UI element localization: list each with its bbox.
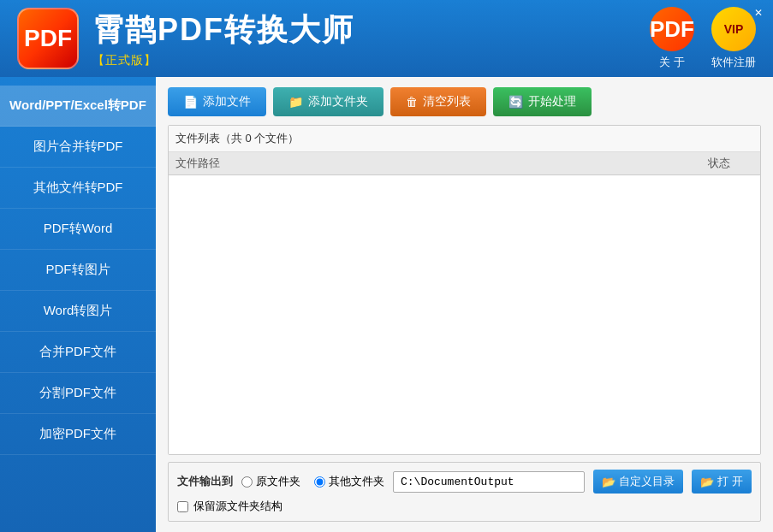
sidebar-item-label-6: 合并PDF文件: [39, 344, 116, 358]
output-row: 文件输出到 原文件夹 其他文件夹 📂 自定义目录: [177, 470, 752, 494]
clear-list-label: 清空列表: [423, 94, 471, 109]
col-path-label: 文件路径: [175, 157, 220, 169]
title-bar: — ✕ PDF 霄鹊PDF转换大师 【正式版】 PDF 关 于 VIP 软件注册: [0, 0, 773, 77]
sidebar-item-word-to-image[interactable]: Word转图片: [0, 291, 156, 332]
file-list-header: 文件列表（共 0 个文件）: [169, 126, 760, 152]
radio-other-label: 其他文件夹: [329, 474, 384, 489]
sidebar-item-label-3: PDF转Word: [44, 221, 113, 235]
app-logo: PDF: [17, 8, 79, 69]
output-section-label: 文件输出到: [177, 474, 233, 489]
sidebar-item-label-4: PDF转图片: [46, 262, 110, 276]
open-dir-icon: 📂: [700, 476, 714, 488]
sidebar-item-encrypt-pdf[interactable]: 加密PDF文件: [0, 414, 156, 455]
logo-text: PDF: [24, 25, 72, 52]
open-dir-button[interactable]: 📂 打 开: [692, 470, 752, 494]
radio-original-label: 原文件夹: [256, 474, 300, 489]
add-folder-button[interactable]: 📁 添加文件夹: [273, 87, 384, 116]
add-folder-icon: 📁: [288, 95, 303, 109]
file-list-section: 文件列表（共 0 个文件） 文件路径 状态: [168, 125, 761, 455]
sidebar-item-image-merge[interactable]: 图片合并转PDF: [0, 127, 156, 168]
sidebar-item-pdf-to-word[interactable]: PDF转Word: [0, 209, 156, 250]
sidebar-item-label-7: 分割PDF文件: [39, 385, 116, 399]
main-layout: Word/PPT/Excel转PDF 图片合并转PDF 其他文件转PDF PDF…: [0, 77, 773, 532]
add-file-button[interactable]: 📄 添加文件: [168, 87, 266, 116]
toolbar: 📄 添加文件 📁 添加文件夹 🗑 清空列表 🔄 开始处理: [168, 87, 761, 116]
clear-list-button[interactable]: 🗑 清空列表: [390, 87, 486, 116]
radio-original-input[interactable]: [241, 476, 253, 488]
sidebar-item-pdf-to-image[interactable]: PDF转图片: [0, 250, 156, 291]
sidebar-item-other-to-pdf[interactable]: 其他文件转PDF: [0, 168, 156, 209]
radio-other-input[interactable]: [314, 476, 325, 488]
sidebar-item-label-1: 图片合并转PDF: [33, 139, 123, 153]
radio-other-folder[interactable]: 其他文件夹: [314, 474, 384, 489]
add-folder-label: 添加文件夹: [308, 94, 368, 109]
start-process-label: 开始处理: [528, 94, 576, 109]
file-list-body: [169, 175, 760, 454]
sidebar-item-label-2: 其他文件转PDF: [33, 180, 123, 194]
about-label: 关 于: [659, 55, 685, 70]
file-list-header-text: 文件列表（共 0 个文件）: [175, 132, 299, 145]
custom-dir-label: 自定义目录: [619, 474, 675, 489]
sidebar: Word/PPT/Excel转PDF 图片合并转PDF 其他文件转PDF PDF…: [0, 77, 156, 532]
file-list-table-header: 文件路径 状态: [169, 152, 760, 175]
register-button[interactable]: VIP 软件注册: [711, 7, 756, 70]
sidebar-item-split-pdf[interactable]: 分割PDF文件: [0, 373, 156, 414]
keep-structure-label: 保留源文件夹结构: [193, 499, 282, 514]
add-file-label: 添加文件: [203, 94, 251, 109]
start-process-button[interactable]: 🔄 开始处理: [493, 87, 592, 116]
about-button[interactable]: PDF 关 于: [650, 7, 694, 70]
output-path-input[interactable]: [393, 471, 585, 493]
about-icon: PDF: [650, 7, 694, 51]
custom-dir-button[interactable]: 📂 自定义目录: [593, 470, 683, 494]
start-process-icon: 🔄: [508, 95, 523, 109]
col-path: 文件路径: [175, 156, 685, 171]
keep-structure-checkbox[interactable]: [177, 501, 188, 512]
col-status: 状态: [685, 156, 753, 171]
sidebar-item-merge-pdf[interactable]: 合并PDF文件: [0, 332, 156, 373]
sidebar-item-label-8: 加密PDF文件: [39, 426, 116, 440]
radio-group: 原文件夹 其他文件夹: [241, 474, 384, 489]
open-dir-label: 打 开: [717, 474, 743, 489]
sidebar-item-word-ppt-excel[interactable]: Word/PPT/Excel转PDF: [0, 86, 156, 127]
output-section: 文件输出到 原文件夹 其他文件夹 📂 自定义目录: [168, 462, 761, 522]
title-right-section: PDF 关 于 VIP 软件注册: [650, 7, 756, 70]
close-button[interactable]: ✕: [754, 7, 763, 19]
clear-list-icon: 🗑: [406, 95, 418, 109]
sidebar-item-label-5: Word转图片: [44, 303, 113, 317]
content-area: 📄 添加文件 📁 添加文件夹 🗑 清空列表 🔄 开始处理 文件列表（共 0 个文…: [156, 77, 773, 532]
col-status-label: 状态: [708, 157, 730, 169]
app-name: 霄鹊PDF转换大师: [92, 9, 354, 51]
sidebar-item-label-0: Word/PPT/Excel转PDF: [9, 98, 146, 112]
vip-icon: VIP: [711, 7, 756, 51]
app-version: 【正式版】: [92, 53, 354, 68]
vip-badge-text: VIP: [724, 22, 744, 36]
app-title-block: 霄鹊PDF转换大师 【正式版】: [92, 9, 354, 68]
register-label: 软件注册: [711, 55, 756, 70]
add-file-icon: 📄: [183, 95, 198, 109]
custom-dir-icon: 📂: [602, 476, 615, 488]
radio-original-folder[interactable]: 原文件夹: [241, 474, 300, 489]
checkbox-row: 保留源文件夹结构: [177, 499, 752, 514]
